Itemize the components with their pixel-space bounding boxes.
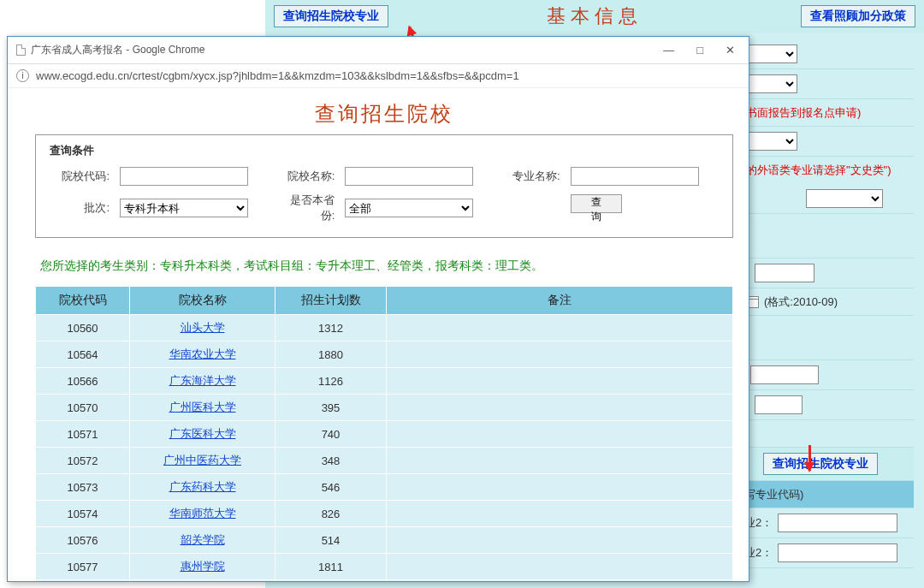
batch-label: 批次: <box>46 189 115 227</box>
cell-name: 韩山师范学院 <box>130 580 275 582</box>
school-name-input[interactable] <box>345 167 473 186</box>
table-row: 10574华南师范大学826 <box>36 501 733 527</box>
cell-name: 汕头大学 <box>130 315 275 342</box>
cell-plan: 348 <box>275 448 387 474</box>
table-row: 10576韶关学院514 <box>36 527 733 554</box>
cell-remark <box>387 474 733 501</box>
cell-plan: 514 <box>275 527 387 554</box>
cell-remark <box>387 501 733 527</box>
cell-plan: 546 <box>275 474 387 501</box>
table-row: 10573广东药科大学546 <box>36 474 733 501</box>
bg-select-2[interactable] <box>746 74 797 93</box>
school-link[interactable]: 韶关学院 <box>181 533 225 546</box>
bg-select-4[interactable] <box>806 189 883 208</box>
province-label: 是否本省份: <box>271 189 340 227</box>
cell-remark <box>387 527 733 554</box>
cell-name: 广东海洋大学 <box>130 368 275 395</box>
table-row: 10566广东海洋大学1126 <box>36 368 733 395</box>
major-name-input[interactable] <box>571 167 699 186</box>
cell-code: 10573 <box>36 474 130 501</box>
result-banner: 您所选择的考生类别：专科升本科类，考试科目组：专升本理工、经管类，报考科类：理工… <box>35 248 733 286</box>
popup-content: 查询招生院校 查询条件 院校代码: 院校名称: 专业名称: 批次: 专科升本科 … <box>8 88 749 581</box>
bg-input-2[interactable] <box>750 365 819 384</box>
cell-plan: 826 <box>275 501 387 527</box>
bg-input-1[interactable] <box>755 264 814 282</box>
cell-name: 广州医科大学 <box>130 395 275 421</box>
red-arrow-annotation-2 <box>808 445 811 471</box>
table-row: 10572广州中医药大学348 <box>36 448 733 474</box>
cell-name: 广州中医药大学 <box>130 448 275 474</box>
cell-code: 10571 <box>36 421 130 448</box>
cell-code: 10564 <box>36 342 130 368</box>
results-table: 院校代码 院校名称 招生计划数 备注 10560汕头大学131210564华南农… <box>35 286 733 581</box>
cell-name: 广东医科大学 <box>130 421 275 448</box>
bg-input-3[interactable] <box>755 395 803 414</box>
col-header-remark: 备注 <box>387 287 733 315</box>
chrome-popup-window: 广东省成人高考报名 - Google Chrome — □ ✕ i www.ec… <box>7 36 749 582</box>
cell-plan: 1126 <box>275 368 387 395</box>
cell-code: 10577 <box>36 554 130 580</box>
major2-input-a[interactable] <box>778 514 897 532</box>
school-code-input[interactable] <box>120 167 248 186</box>
fieldset-legend: 查询条件 <box>46 143 98 158</box>
school-link[interactable]: 广东海洋大学 <box>169 374 236 387</box>
date-format-label: (格式:2010-09) <box>764 294 838 310</box>
school-link[interactable]: 广州医科大学 <box>169 401 236 413</box>
query-school-major-button[interactable]: 查询招生院校专业 <box>274 5 388 27</box>
bg-header: 查询招生院校专业 基本信息 查看照顾加分政策 <box>265 0 924 33</box>
cell-remark <box>387 395 733 421</box>
cell-plan: 1811 <box>275 554 387 580</box>
query-button[interactable]: 查 询 <box>571 194 622 213</box>
cell-code: 10574 <box>36 501 130 527</box>
batch-select[interactable]: 专科升本科 <box>120 199 248 217</box>
school-link[interactable]: 广州中医药大学 <box>163 454 241 466</box>
bg-select-1[interactable] <box>746 45 797 63</box>
cell-plan: 740 <box>275 421 387 448</box>
major-name-label: 专业名称: <box>497 163 566 189</box>
cell-name: 华南农业大学 <box>130 342 275 368</box>
cell-plan: 1312 <box>275 315 387 342</box>
cell-remark <box>387 315 733 342</box>
cell-remark <box>387 448 733 474</box>
query-school-major-button-2[interactable]: 查询招生院校专业 <box>763 453 878 475</box>
school-link[interactable]: 广东药科大学 <box>169 480 236 493</box>
cell-code: 10578 <box>36 580 130 582</box>
bg-title: 基本信息 <box>388 3 801 29</box>
cell-remark <box>387 368 733 395</box>
bg-select-3[interactable] <box>746 132 797 151</box>
school-link[interactable]: 惠州学院 <box>181 560 225 573</box>
popup-page-title: 查询招生院校 <box>35 95 733 134</box>
table-row: 10577惠州学院1811 <box>36 554 733 580</box>
school-link[interactable]: 汕头大学 <box>181 321 225 334</box>
cell-name: 惠州学院 <box>130 554 275 580</box>
school-link[interactable]: 华南师范大学 <box>169 507 236 520</box>
info-icon[interactable]: i <box>16 69 29 82</box>
chrome-address-bar[interactable]: i www.ecogd.edu.cn/crtest/cgbm/xycx.jsp?… <box>8 64 749 88</box>
table-row: 10570广州医科大学395 <box>36 395 733 421</box>
major-code-note: 写专业代码) <box>744 487 803 502</box>
major2-input-b[interactable] <box>778 543 897 562</box>
school-name-label: 院校名称: <box>271 163 340 189</box>
cell-code: 10560 <box>36 315 130 342</box>
school-link[interactable]: 广东医科大学 <box>169 427 236 440</box>
cell-remark <box>387 580 733 582</box>
col-header-name: 院校名称 <box>130 287 275 315</box>
col-header-code: 院校代码 <box>36 287 130 315</box>
school-link[interactable]: 华南农业大学 <box>169 347 236 360</box>
table-row: 10571广东医科大学740 <box>36 421 733 448</box>
chrome-titlebar[interactable]: 广东省成人高考报名 - Google Chrome — □ ✕ <box>8 37 749 64</box>
window-maximize-button[interactable]: □ <box>691 42 708 58</box>
window-close-button[interactable]: ✕ <box>720 42 740 58</box>
cell-code: 10566 <box>36 368 130 395</box>
province-select[interactable]: 全部 <box>345 199 473 217</box>
cell-remark <box>387 342 733 368</box>
cell-remark <box>387 554 733 580</box>
cell-name: 韶关学院 <box>130 527 275 554</box>
window-minimize-button[interactable]: — <box>658 42 679 58</box>
cell-plan: 1880 <box>275 342 387 368</box>
view-policy-button[interactable]: 查看照顾加分政策 <box>801 5 915 27</box>
cell-plan: 395 <box>275 395 387 421</box>
search-fieldset: 查询条件 院校代码: 院校名称: 专业名称: 批次: 专科升本科 是否本省份: … <box>35 134 733 238</box>
page-icon <box>16 45 26 56</box>
table-row: 10564华南农业大学1880 <box>36 342 733 368</box>
